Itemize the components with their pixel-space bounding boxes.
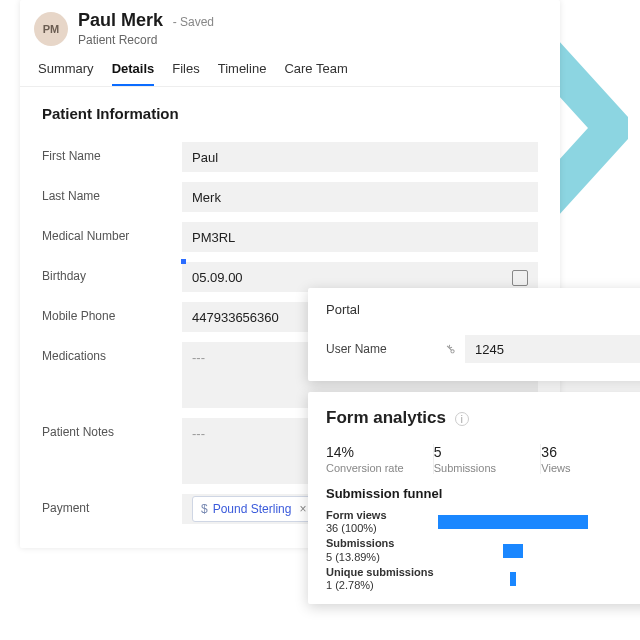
metric-views: 36 Views [541, 444, 640, 474]
funnel-bar-track [438, 515, 640, 529]
first-name-field[interactable]: Paul [182, 142, 538, 172]
funnel-bar [510, 572, 516, 586]
metric-conversion-value: 14% [326, 444, 423, 460]
tab-summary[interactable]: Summary [38, 61, 94, 86]
funnel-row-label: Unique submissions1 (2.78%) [326, 566, 438, 592]
medical-number-label: Medical Number [42, 222, 182, 243]
info-icon[interactable]: i [455, 412, 469, 426]
payment-label: Payment [42, 494, 182, 515]
currency-icon: $ [201, 502, 208, 516]
username-field[interactable]: 1245 [465, 335, 640, 363]
patient-name: Paul Merk [78, 10, 163, 30]
tab-care-team[interactable]: Care Team [284, 61, 347, 86]
medications-label: Medications [42, 342, 182, 363]
funnel-chart: Form views36 (100%)Submissions5 (13.89%)… [326, 509, 640, 592]
funnel-bar-track [438, 544, 640, 558]
patient-notes-label: Patient Notes [42, 418, 182, 439]
funnel-bar-track [438, 572, 640, 586]
form-analytics-card: ▤ ↪ Form analytics i 14% Conversion rate… [308, 392, 640, 604]
funnel-title: Submission funnel [326, 486, 640, 501]
metric-submissions-label: Submissions [434, 462, 531, 474]
record-type: Patient Record [78, 33, 214, 47]
payment-chip-label: Pound Sterling [213, 502, 292, 516]
metric-views-label: Views [541, 462, 638, 474]
funnel-bar [438, 515, 588, 529]
portal-title: Portal [326, 302, 640, 317]
analytics-title: Form analytics [326, 408, 446, 427]
portal-card: Portal User Name ⚷ 1245 [308, 288, 640, 381]
medical-number-field[interactable]: PM3RL [182, 222, 538, 252]
first-name-label: First Name [42, 142, 182, 163]
funnel-row-label: Submissions5 (13.89%) [326, 537, 438, 563]
funnel-row-label: Form views36 (100%) [326, 509, 438, 535]
tab-details[interactable]: Details [112, 61, 155, 86]
avatar: PM [34, 12, 68, 46]
funnel-bar [503, 544, 524, 558]
save-status: - Saved [173, 15, 214, 29]
record-tabs: Summary Details Files Timeline Care Team [20, 49, 560, 87]
section-title: Patient Information [20, 87, 560, 128]
username-label: User Name [326, 342, 446, 356]
tab-timeline[interactable]: Timeline [218, 61, 267, 86]
metric-conversion: 14% Conversion rate [326, 444, 434, 474]
birthday-label: Birthday [42, 262, 182, 283]
last-name-field[interactable]: Merk [182, 182, 538, 212]
birthday-value: 05.09.00 [192, 270, 243, 285]
payment-chip[interactable]: $ Pound Sterling × [192, 496, 315, 522]
tab-files[interactable]: Files [172, 61, 199, 86]
metric-conversion-label: Conversion rate [326, 462, 423, 474]
metric-submissions-value: 5 [434, 444, 531, 460]
metric-submissions: 5 Submissions [434, 444, 542, 474]
mobile-phone-label: Mobile Phone [42, 302, 182, 323]
metric-views-value: 36 [541, 444, 638, 460]
chip-remove-icon[interactable]: × [299, 502, 306, 516]
last-name-label: Last Name [42, 182, 182, 203]
